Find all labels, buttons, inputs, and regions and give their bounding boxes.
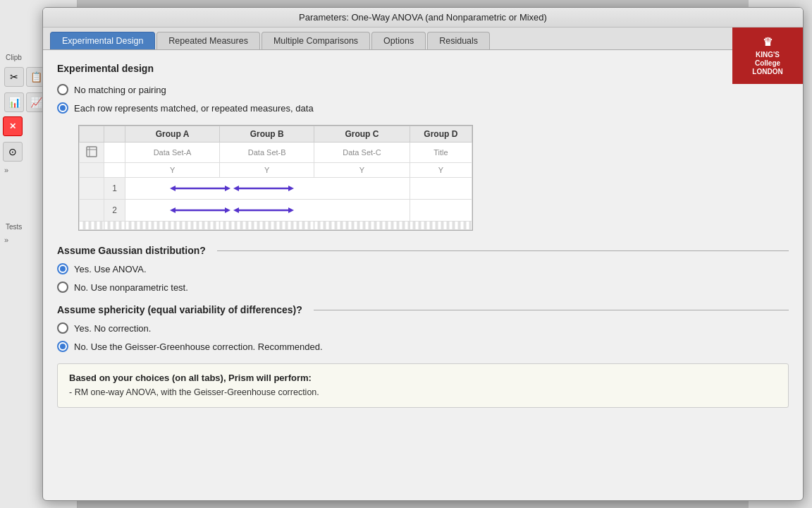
radio-each-row[interactable]: Each row represents matched, or repeated…	[57, 102, 789, 114]
svg-marker-7	[233, 186, 239, 191]
table-row-2: 2	[80, 200, 472, 222]
radio-yes-no-correction-input[interactable]	[57, 322, 68, 334]
tab-repeated-measures[interactable]: Repeated Measures	[156, 32, 260, 49]
table-row2-icon	[80, 200, 104, 222]
radio-no-matching[interactable]: No matching or pairing	[57, 84, 789, 95]
sidebar-icon-5[interactable]: ⊙	[3, 142, 23, 162]
table-y-empty	[104, 163, 125, 178]
table-header-num	[104, 126, 125, 143]
table-wavy-c	[314, 222, 410, 230]
svg-marker-4	[170, 186, 176, 191]
table-header-icon	[80, 126, 104, 143]
table-wavy-b	[220, 222, 314, 230]
tab-multiple-comparisons[interactable]: Multiple Comparisons	[262, 32, 370, 49]
radio-no-nonparam-label: No. Use nonparametric test.	[74, 282, 188, 293]
gaussian-radios: Yes. Use ANOVA. No. Use nonparametric te…	[57, 263, 789, 293]
gaussian-heading: Assume Gaussian distribution?	[57, 245, 206, 256]
table-header-group-b: Group B	[220, 126, 314, 143]
table-row-1: 1	[80, 178, 472, 200]
svg-marker-5	[225, 186, 230, 191]
content-area: Experimental design No matching or pairi…	[43, 50, 803, 493]
table-cell-dataset-b: Data Set-B	[220, 143, 314, 163]
svg-marker-11	[225, 207, 230, 213]
sidebar-icon-1[interactable]: ✂	[4, 67, 24, 87]
table-cell-dataset-c: Data Set-C	[314, 143, 410, 163]
sphericity-heading: Assume sphericity (equal variability of …	[57, 304, 302, 315]
radio-yes-anova-input[interactable]	[57, 263, 68, 274]
svg-marker-13	[233, 207, 239, 213]
radio-no-nonparam-input[interactable]	[57, 282, 68, 293]
svg-rect-0	[87, 147, 97, 157]
table-cell-title: Title	[410, 143, 472, 163]
tab-options[interactable]: Options	[371, 32, 426, 49]
table-row1-arrows	[125, 178, 410, 200]
table-cell-icon	[80, 143, 104, 163]
radio-each-row-input[interactable]	[57, 102, 68, 114]
arrows-row1	[168, 181, 366, 196]
info-box-title: Based on your choices (on all tabs), Pri…	[69, 373, 777, 383]
radio-no-matching-label: No matching or pairing	[74, 85, 166, 95]
radio-yes-anova-label: Yes. Use ANOVA.	[74, 264, 147, 274]
kings-crown: ♛	[763, 35, 773, 49]
radio-yes-anova[interactable]: Yes. Use ANOVA.	[57, 263, 789, 274]
experimental-design-radios: No matching or pairing Each row represen…	[57, 84, 789, 114]
sidebar-icon-3[interactable]: 📊	[4, 92, 24, 112]
tab-experimental-design[interactable]: Experimental Design	[50, 32, 155, 49]
svg-marker-8	[288, 186, 294, 191]
tests-label: Tests	[3, 222, 25, 232]
radio-yes-no-correction-label: Yes. No correction.	[74, 323, 151, 334]
tab-residuals[interactable]: Residuals	[427, 32, 490, 49]
info-box: Based on your choices (on all tabs), Pri…	[57, 363, 789, 408]
svg-marker-10	[170, 207, 176, 213]
table-row1-icon	[80, 178, 104, 200]
close-circle-icon[interactable]: ✕	[3, 116, 23, 136]
radio-no-geisser[interactable]: No. Use the Geisser-Greenhouse correctio…	[57, 341, 789, 352]
sphericity-radios: Yes. No correction. No. Use the Geisser-…	[57, 322, 789, 352]
dialog: Parameters: One-Way ANOVA (and Nonparame…	[42, 7, 804, 501]
table-wavy-num	[104, 222, 125, 230]
table-subtitle-row: Data Set-A Data Set-B Data Set-C Title	[80, 143, 472, 163]
table-row2-num: 2	[104, 200, 125, 222]
table-wavy-a	[125, 222, 220, 230]
experimental-design-section: Experimental design No matching or pairi…	[57, 63, 789, 231]
table-header-group-a: Group A	[125, 126, 220, 143]
table-wavy-d	[410, 222, 472, 230]
info-box-item-1: - RM one-way ANOVA, with the Geisser-Gre…	[69, 387, 777, 397]
table-row1-num: 1	[104, 178, 125, 200]
table-y-a: Y	[125, 163, 220, 178]
table-y-row: Y Y Y Y	[80, 163, 472, 178]
table-wavy-icon	[80, 222, 104, 230]
experimental-design-heading: Experimental design	[57, 63, 789, 74]
table-y-c: Y	[314, 163, 410, 178]
title-bar: Parameters: One-Way ANOVA (and Nonparame…	[43, 8, 803, 28]
svg-marker-14	[288, 207, 294, 213]
radio-no-matching-input[interactable]	[57, 84, 68, 95]
table-y-icon	[80, 163, 104, 178]
table-row2-arrows	[125, 200, 410, 222]
table-row1-d	[410, 178, 472, 200]
radio-each-row-label: Each row represents matched, or repeated…	[74, 103, 314, 114]
table-cell-dataset-a: Data Set-A	[125, 143, 220, 163]
table-cell-empty	[104, 143, 125, 163]
gaussian-section: Assume Gaussian distribution? Yes. Use A…	[57, 245, 789, 293]
table-header-group-d: Group D	[410, 126, 472, 143]
radio-no-geisser-label: No. Use the Geisser-Greenhouse correctio…	[74, 341, 323, 352]
radio-no-geisser-input[interactable]	[57, 341, 68, 352]
radio-no-nonparam[interactable]: No. Use nonparametric test.	[57, 282, 789, 293]
table-row2-d	[410, 200, 472, 222]
table-y-b: Y	[220, 163, 314, 178]
radio-yes-no-correction[interactable]: Yes. No correction.	[57, 322, 789, 334]
arrows-row2	[168, 202, 366, 218]
table-row-3-wavy	[80, 222, 472, 230]
table-header-group-c: Group C	[314, 126, 410, 143]
table-y-d: Y	[410, 163, 472, 178]
sphericity-section: Assume sphericity (equal variability of …	[57, 304, 789, 352]
dialog-title: Parameters: One-Way ANOVA (and Nonparame…	[299, 12, 547, 23]
tab-bar: Experimental Design Repeated Measures Mu…	[43, 28, 803, 50]
design-table: Group A Group B Group C Group D	[78, 125, 473, 231]
table-icon	[85, 145, 98, 158]
